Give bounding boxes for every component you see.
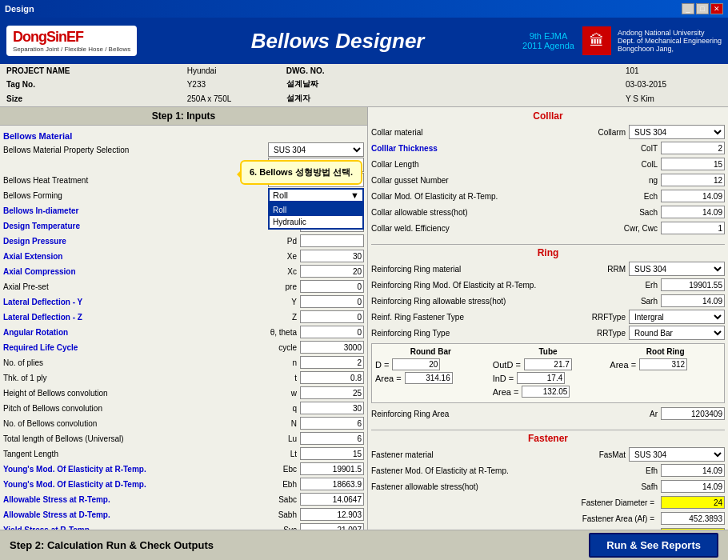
ring-fastener-type-row: Reinf. Ring Fastener Type RRFType Interg… xyxy=(371,310,725,324)
ring-mod-input[interactable] xyxy=(661,278,725,291)
input-abbr-4: Xc xyxy=(257,267,297,276)
fastener-area-label: Fastener Area (Af) = xyxy=(371,514,654,523)
collar-allowable-row: Collar allowable stress(hot) Sach xyxy=(371,205,725,219)
ring-allowable-input[interactable] xyxy=(661,294,725,307)
input-label-11: Thk. of 1 ply xyxy=(3,374,257,382)
size-label: Size xyxy=(6,94,184,103)
forming-option-hydraulic[interactable]: Hydraulic xyxy=(270,216,362,228)
ring-material-dropdown[interactable]: SUS 304 xyxy=(629,262,725,276)
ring-area-abbr: Ar xyxy=(602,410,658,418)
input-field-5[interactable] xyxy=(300,280,364,293)
main-container: DongSinEF Separation Joint / Flexible Ho… xyxy=(0,18,728,560)
input-field-7[interactable] xyxy=(300,310,364,323)
input-field-12[interactable] xyxy=(300,386,364,399)
material-prop-label: Bellows Material Property Selection xyxy=(3,146,268,154)
round-bar-area-row: Area = xyxy=(375,372,486,384)
input-field-6[interactable] xyxy=(300,295,364,308)
round-bar-col: Round Bar D = Area = xyxy=(375,347,486,399)
collar-weld-input[interactable] xyxy=(661,222,725,234)
fastener-mod-input[interactable] xyxy=(661,464,725,477)
close-button[interactable]: ✕ xyxy=(710,3,723,14)
tube-ind-label: InD = xyxy=(493,374,514,383)
collar-gusset-label: Collar gusset Number xyxy=(371,176,602,185)
input-label-18: Young's Mod. Of Elasticity at D-Temp. xyxy=(3,480,257,489)
fastener-diameter-input[interactable] xyxy=(661,496,725,509)
forming-dropdown[interactable]: Roll ▼ xyxy=(268,188,364,202)
input-field-4[interactable] xyxy=(300,265,364,278)
input-field-8[interactable] xyxy=(300,326,364,338)
root-ring-area-label: Area = xyxy=(610,360,636,370)
collar-length-input[interactable] xyxy=(661,158,725,170)
input-field-18[interactable] xyxy=(300,478,364,490)
maximize-button[interactable]: □ xyxy=(696,3,709,14)
ring-mod-label: Reinforcing Ring Mod. Of Elasticity at R… xyxy=(371,281,602,290)
collar-mod-input[interactable] xyxy=(661,190,725,202)
input-abbr-12: w xyxy=(257,389,297,398)
forming-label: Bellows Forming xyxy=(3,191,268,200)
collar-gusset-input[interactable] xyxy=(661,174,725,186)
collar-allowable-input[interactable] xyxy=(661,206,725,218)
collar-mod-label: Collar Mod. Of Elasticity at R-Temp. xyxy=(371,192,602,201)
input-field-17[interactable] xyxy=(300,462,364,475)
fastener-area-row: Fastener Area (Af) = xyxy=(371,511,725,526)
fastener-material-dropdown[interactable]: SUS 304 xyxy=(629,447,725,462)
tube-ind-row: InD = xyxy=(493,372,604,384)
minimize-button[interactable]: _ xyxy=(682,3,694,14)
input-field-16[interactable] xyxy=(300,447,364,460)
input-abbr-10: n xyxy=(257,358,297,367)
input-label-13: Pitch of Bellows convolution xyxy=(3,404,257,413)
collar-material-dropdown[interactable]: SUS 304 xyxy=(629,125,725,139)
ring-type-abbr: RRType xyxy=(570,329,626,338)
root-ring-area-input[interactable] xyxy=(639,358,687,370)
input-row-5: Axial Pre-setpre xyxy=(3,279,364,294)
material-prop-dropdown[interactable]: SUS 304 xyxy=(268,142,364,157)
input-field-19[interactable] xyxy=(300,493,364,506)
input-field-9[interactable] xyxy=(300,341,364,354)
input-field-11[interactable] xyxy=(300,371,364,384)
run-button[interactable]: Run & See Reports xyxy=(589,533,718,558)
ring-fastener-type-abbr: RRFType xyxy=(570,313,626,322)
input-abbr-11: t xyxy=(257,374,297,382)
step2-title: Step 2: Calculation Run & Check Outputs xyxy=(10,539,214,551)
input-field-14[interactable] xyxy=(300,417,364,430)
tube-outd-input[interactable] xyxy=(524,358,572,370)
tube-outd-row: OutD = xyxy=(493,358,604,370)
fastener-allowable-input[interactable] xyxy=(661,480,725,493)
input-label-10: No. of plies xyxy=(3,358,257,367)
tube-area-input[interactable] xyxy=(522,386,570,398)
round-bar-d-input[interactable] xyxy=(392,358,440,370)
input-field-13[interactable] xyxy=(300,402,364,414)
round-bar-area-input[interactable] xyxy=(405,372,453,384)
tooltip-text: 6. Bellows 성형방법 선택. xyxy=(250,167,353,177)
ring-type-dropdown[interactable]: Round Bar xyxy=(629,326,725,340)
ring-fastener-type-dropdown[interactable]: Intergral xyxy=(629,310,725,324)
input-field-21[interactable] xyxy=(300,523,364,530)
ring-allowable-label: Reinforcing Ring allowable stress(hot) xyxy=(371,297,602,306)
collar-thickness-label: Colllar Thickness xyxy=(371,144,602,153)
project-name-label: PROJECT NAME xyxy=(6,66,184,75)
round-bar-title: Round Bar xyxy=(375,347,486,356)
designer-label: 설계날짜 xyxy=(286,78,438,90)
fastener-area-input[interactable] xyxy=(661,512,725,525)
collar-thickness-input[interactable] xyxy=(661,142,725,154)
tube-ind-input[interactable] xyxy=(517,372,565,384)
input-field-15[interactable] xyxy=(300,432,364,445)
ring-type-label: Reinforcing Ring Type xyxy=(371,329,570,338)
ring-area-input[interactable] xyxy=(661,407,725,420)
collar-section: Colllar Collar material Collarm SUS 304 … xyxy=(371,110,725,237)
size-value: 250A x 750L xyxy=(187,94,283,103)
checker-label: 설계자 xyxy=(286,93,438,104)
input-field-3[interactable] xyxy=(300,250,364,262)
logo-area: DongSinEF Separation Joint / Flexible Ho… xyxy=(6,26,137,56)
input-row-10: No. of pliesn xyxy=(3,355,364,370)
input-label-8: Angular Rotation xyxy=(3,328,257,337)
logo-sub: Separation Joint / Flexible Hose / Bello… xyxy=(13,46,130,53)
forming-option-roll[interactable]: Roll xyxy=(270,204,362,216)
input-row-4: Axial CompressionXc xyxy=(3,264,364,278)
ring-allowable-abbr: Sarh xyxy=(602,297,658,306)
input-abbr-5: pre xyxy=(257,282,297,291)
input-field-20[interactable] xyxy=(300,508,364,521)
bellows-material-section-title: Bellows Material xyxy=(3,131,364,141)
input-field-10[interactable] xyxy=(300,356,364,369)
input-field-2[interactable] xyxy=(300,234,364,247)
